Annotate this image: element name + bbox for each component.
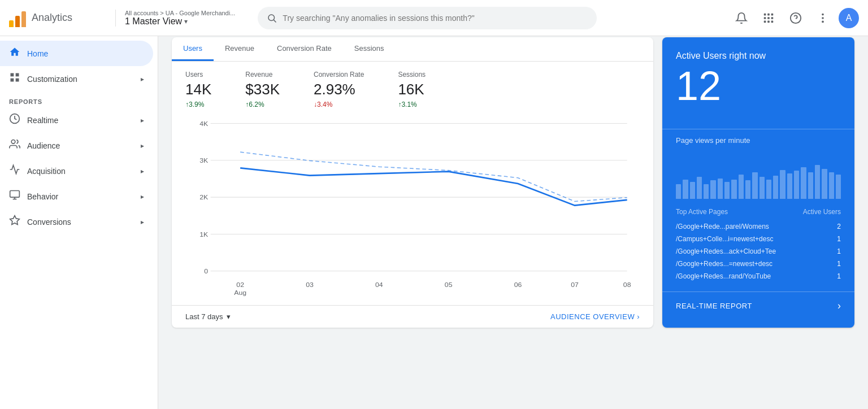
rt-bar (724, 182, 730, 199)
rt-page-count: 1 (837, 260, 841, 268)
svg-rect-8 (764, 20, 766, 23)
audience-icon (9, 138, 20, 153)
rt-subtitle: Page views per minute (662, 129, 854, 145)
expand-icon: ▸ (141, 167, 144, 175)
rt-bar (739, 175, 744, 199)
rt-page-row[interactable]: /Google+Redes...ack+Cloud+Tee 1 (676, 245, 841, 258)
audience-overview-link[interactable]: AUDIENCE OVERVIEW › (550, 312, 640, 321)
realtime-icon (9, 113, 20, 127)
svg-text:0: 0 (204, 267, 208, 275)
metric-sessions: Sessions 16K ↑3.1% (398, 71, 426, 108)
card-footer: Last 7 days ▾ AUDIENCE OVERVIEW › (172, 305, 653, 328)
reports-section-label: REPORTS (0, 92, 158, 107)
card-tabs: Users Revenue Conversion Rate Sessions (172, 37, 653, 62)
rt-bar (690, 182, 695, 199)
svg-text:1K: 1K (199, 230, 208, 238)
main-content: Google Analytics Home 3 INSIGHTS Users R… (158, 0, 868, 341)
tab-users[interactable]: Users (172, 37, 214, 61)
apps-button[interactable] (757, 7, 780, 29)
sidebar-item-behavior[interactable]: Behavior ▸ (0, 184, 153, 209)
sidebar-label-home: Home (27, 49, 48, 58)
rt-page-row[interactable]: /Google+Redes...rand/YouTube 1 (676, 270, 841, 282)
rt-page-row[interactable]: /Google+Redes...=newest+desc 1 (676, 258, 841, 270)
rt-page-path: /Google+Redes...ack+Cloud+Tee (676, 247, 830, 255)
grid-icon (762, 12, 775, 24)
rt-bar (808, 172, 813, 199)
sidebar-item-conversions[interactable]: Conversions ▸ (0, 209, 153, 234)
svg-text:Aug: Aug (234, 289, 246, 296)
date-range-label: Last 7 days (185, 312, 223, 321)
sidebar-item-realtime[interactable]: Realtime ▸ (0, 107, 153, 133)
tab-revenue[interactable]: Revenue (214, 37, 266, 61)
rt-bar (780, 170, 785, 199)
search-input[interactable] (283, 14, 588, 23)
metric-conversion-rate: Conversion Rate 2.93% ↓3.4% (314, 71, 364, 108)
rt-page-row[interactable]: /Google+Rede...parel/Womens 2 (676, 220, 841, 233)
realtime-report-link[interactable]: REAL-TIME REPORT › (662, 291, 854, 320)
realtime-body: Active Users right now 12 (662, 37, 854, 129)
search-bar[interactable] (258, 7, 597, 29)
chevron-down-icon: ▾ (184, 18, 188, 25)
svg-rect-10 (771, 20, 774, 23)
date-selector[interactable]: Last 7 days ▾ (185, 312, 231, 321)
rt-page-count: 2 (837, 223, 841, 230)
sidebar-label-conversions: Conversions (27, 217, 71, 227)
sidebar-label-acquisition: Acquisition (27, 167, 66, 176)
expand-icon: ▸ (141, 116, 144, 124)
sidebar-item-audience[interactable]: Audience ▸ (0, 133, 153, 158)
breadcrumb-view[interactable]: 1 Master View ▾ (125, 16, 235, 27)
behavior-icon (9, 189, 20, 203)
svg-point-21 (11, 140, 15, 144)
svg-rect-17 (16, 73, 19, 77)
svg-text:3K: 3K (199, 156, 208, 164)
rt-bar (704, 184, 709, 199)
svg-rect-5 (764, 17, 766, 19)
svg-rect-2 (764, 13, 766, 15)
svg-line-1 (274, 20, 276, 22)
svg-text:02: 02 (236, 281, 244, 289)
svg-text:03: 03 (306, 281, 314, 289)
sidebar-item-customization[interactable]: Customization ▸ (0, 66, 153, 92)
breadcrumb-account: All accounts > UA - Google Merchandi... (125, 10, 235, 16)
logo-text: Analytics (32, 12, 72, 24)
rt-pages-label: Top Active Pages (676, 208, 728, 216)
rt-page-count: 1 (837, 235, 841, 243)
help-button[interactable] (784, 7, 807, 29)
rt-users-label: Active Users (803, 208, 841, 216)
svg-rect-16 (11, 73, 14, 77)
rt-bar (801, 167, 806, 199)
notification-button[interactable] (730, 7, 753, 29)
sidebar: Home Customization ▸ REPORTS Realtime ▸ … (0, 36, 158, 341)
rt-bar (766, 180, 771, 199)
rt-page-count: 1 (837, 272, 841, 280)
sidebar-item-home[interactable]: Home (0, 41, 153, 66)
svg-point-15 (822, 20, 824, 23)
svg-text:05: 05 (445, 281, 453, 289)
logo-area: Analytics (9, 9, 111, 27)
rt-count: 12 (676, 66, 841, 106)
avatar[interactable]: A (839, 8, 859, 28)
sidebar-label-audience: Audience (27, 141, 60, 150)
sidebar-label-realtime: Realtime (27, 116, 58, 125)
conversions-icon (9, 215, 20, 229)
tab-sessions[interactable]: Sessions (343, 37, 396, 61)
rt-bar (760, 177, 765, 199)
rt-bar (829, 172, 834, 199)
realtime-card: Active Users right now 12 Page views per… (662, 37, 854, 328)
rt-page-row[interactable]: /Campus+Colle...i=newest+desc 1 (676, 233, 841, 245)
home-icon (9, 46, 20, 60)
sidebar-item-acquisition[interactable]: Acquisition ▸ (0, 158, 153, 184)
chevron-down-icon: ▾ (227, 312, 231, 321)
header-icons: A (730, 7, 859, 29)
metric-change-users: ↑3.9% (185, 101, 211, 108)
expand-icon: ▸ (141, 75, 144, 83)
svg-rect-18 (11, 79, 14, 82)
arrow-right-icon: › (637, 312, 640, 321)
svg-rect-7 (771, 17, 774, 19)
svg-text:04: 04 (375, 281, 383, 289)
tab-conversion-rate[interactable]: Conversion Rate (266, 37, 343, 61)
more-options-button[interactable] (811, 7, 834, 29)
svg-rect-4 (771, 13, 774, 15)
metric-change-sessions: ↑3.1% (398, 101, 426, 108)
svg-rect-19 (16, 79, 19, 82)
